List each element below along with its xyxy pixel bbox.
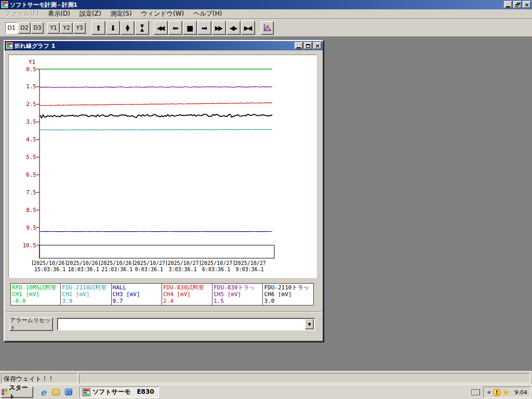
legend-cell-ch4: FDU-830試料室CH4 [mV]2.4: [162, 283, 212, 305]
compress-vertical-button[interactable]: ▼ ▲: [135, 21, 149, 35]
fast-rewind-button[interactable]: ◀◀: [154, 21, 168, 35]
x-label-date: 2025/10/26: [66, 260, 100, 267]
series-line-ch4: [40, 103, 272, 105]
fast-forward-icon: ▶▶: [217, 24, 221, 32]
x-label-7: 2025/10/279:03:36.1: [234, 260, 268, 273]
x-tick-mark: [200, 260, 201, 265]
compress-horizontal-button[interactable]: ▶◀: [241, 21, 255, 35]
stop-button[interactable]: ■: [183, 21, 197, 35]
alarm-reset-button[interactable]: アラームリセット: [9, 317, 53, 331]
chevron-down-icon: ▼: [308, 322, 311, 327]
channel-value: -0.0: [12, 298, 59, 304]
fast-forward-button[interactable]: ▶▶: [212, 21, 226, 35]
x-label-date: 2025/10/27: [166, 260, 201, 267]
x-date-text: 2025/10/26: [33, 260, 64, 267]
x-label-2: 2025/10/2618:03:36.1: [66, 260, 100, 273]
channel-name: FDU-830試料室: [163, 284, 211, 291]
x-label-6: 2025/10/276:03:36.1: [200, 260, 234, 273]
browser-window-icon[interactable]: [63, 387, 73, 397]
menu-item-3[interactable]: 設定(Z): [75, 9, 106, 19]
y-tick-3.5: 3.5: [16, 119, 36, 125]
close-button[interactable]: ×: [523, 1, 531, 8]
tray-overflow-button[interactable]: «: [487, 389, 490, 396]
step-right-button[interactable]: ➡: [197, 21, 211, 35]
window-title: ソフトサーモ計測－計測1: [10, 1, 503, 9]
taskbar-app-icon: [82, 388, 90, 396]
step-left-button[interactable]: ⬅: [168, 21, 182, 35]
y-tick-5.5: 5.5: [16, 154, 36, 160]
x-label-date: 2025/10/27: [200, 260, 234, 267]
taskbar-app-button[interactable]: ソフトサーモ E830: [79, 387, 159, 398]
minimize-button[interactable]: [504, 1, 512, 8]
expand-vertical-icon: ▲ ▼: [126, 24, 129, 32]
series-line-ch6: [40, 114, 272, 118]
keyboard-icon[interactable]: [471, 389, 480, 395]
start-button[interactable]: スタート: [1, 387, 33, 398]
combobox-dropdown-button[interactable]: ▼: [305, 319, 314, 329]
channel-legend: RFD-10MS試料室CH1 [mV]-0.0FDU-2110試料室CH2 [m…: [10, 283, 314, 305]
channel-value: 3.9: [62, 298, 110, 304]
star-icon[interactable]: ★: [503, 388, 510, 396]
x-tick-mark: [234, 260, 234, 265]
menubar: ファイル(F)表示(D)設定(Z)測定(S)ウィンドウ(W)ヘルプ(H): [0, 9, 532, 19]
start-label: スタート: [9, 383, 33, 399]
tray-panel: « ! ★ 9:04: [483, 387, 531, 398]
graph-window-body: Y1 0.51.52.53.54.55.56.57.58.59.510.5202…: [5, 50, 323, 341]
toolbar-button-y3[interactable]: Y3: [73, 22, 86, 34]
x-label-4: 2025/10/270:03:36.1: [133, 260, 167, 273]
mdi-area: 折れ線グラフ 1 × Y1 0.51.52.53.54.55.56.57.58.…: [0, 37, 532, 371]
alarm-combobox[interactable]: ▼: [57, 318, 315, 330]
expand-horizontal-button[interactable]: ◀▶: [227, 21, 241, 35]
channel-value: 2.4: [163, 298, 211, 304]
legend-cell-ch3: HALLCH3 [mV]9.7: [112, 283, 162, 305]
menu-item-2[interactable]: 表示(D): [43, 9, 75, 19]
tray-clock: 9:04: [514, 389, 527, 396]
x-date-text: 2025/10/27: [235, 260, 266, 267]
x-label-date: 2025/10/26: [32, 260, 66, 267]
security-shield-icon[interactable]: !: [493, 389, 501, 396]
taskbar: スタート e ソフトサーモ E830 « ! ★ 9:04: [0, 384, 532, 399]
toolbar-button-y1[interactable]: Y1: [47, 22, 60, 34]
internet-explorer-icon[interactable]: e: [38, 387, 48, 397]
menu-item-1: ファイル(F): [0, 9, 43, 19]
expand-vertical-button[interactable]: ▲ ▼: [121, 21, 135, 35]
graph-window-titlebar: 折れ線グラフ 1 ×: [5, 41, 323, 50]
compress-horizontal-icon: ▶◀: [246, 24, 250, 32]
menu-item-6[interactable]: ヘルプ(H): [189, 9, 227, 19]
menu-item-4[interactable]: 測定(S): [106, 9, 137, 19]
y-tick-4.5: 4.5: [16, 137, 36, 142]
scroll-down-button[interactable]: ⬇: [106, 21, 120, 35]
plot-area: Y1 0.51.52.53.54.55.56.57.58.59.510.5202…: [9, 55, 316, 277]
main-titlebar: ソフトサーモ計測－計測1 ×: [0, 0, 532, 9]
x-time-text: 9:03:36.1: [234, 267, 268, 273]
x-tick-mark: [99, 260, 100, 265]
graph-close-button[interactable]: ×: [313, 42, 322, 49]
series-line-ch2: [40, 129, 272, 130]
stop-icon: ■: [187, 24, 193, 32]
toolbar-button-d1[interactable]: D1: [5, 22, 18, 34]
statusbar: 保存ウェイト！！: [0, 371, 532, 384]
scroll-up-button[interactable]: ⬆: [91, 21, 105, 35]
x-time-text: 3:03:36.1: [166, 267, 201, 273]
toolbar-button-d2[interactable]: D2: [18, 22, 31, 34]
status-message: 保存ウェイト！！: [1, 373, 78, 383]
toolbar-button-y2[interactable]: Y2: [60, 22, 73, 34]
channel-name: HALL: [113, 284, 161, 291]
step-left-icon: ⬅: [172, 24, 179, 32]
menu-item-5[interactable]: ウィンドウ(W): [137, 9, 189, 19]
channel-unit: CH5 [mV]: [214, 291, 261, 298]
quick-launch: e: [38, 387, 73, 397]
scroll-up-icon: ⬆: [96, 24, 102, 32]
show-desktop-icon[interactable]: [51, 387, 61, 397]
toolbar-button-d3[interactable]: D3: [31, 22, 44, 34]
compress-vertical-icon: ▼ ▲: [140, 24, 144, 32]
x-label-3: 2025/10/2621:03:36.1: [99, 260, 134, 273]
restore-button[interactable]: [513, 1, 522, 8]
y-tick-2.5: 2.5: [16, 101, 36, 107]
graph-minimize-button[interactable]: [295, 42, 303, 49]
x-date-text: 2025/10/26: [67, 260, 98, 267]
graph-settings-button[interactable]: [261, 21, 274, 35]
y-tick-10.5: 10.5: [16, 243, 36, 248]
graph-maximize-button[interactable]: [304, 42, 312, 49]
x-tick-mark: [66, 260, 66, 265]
